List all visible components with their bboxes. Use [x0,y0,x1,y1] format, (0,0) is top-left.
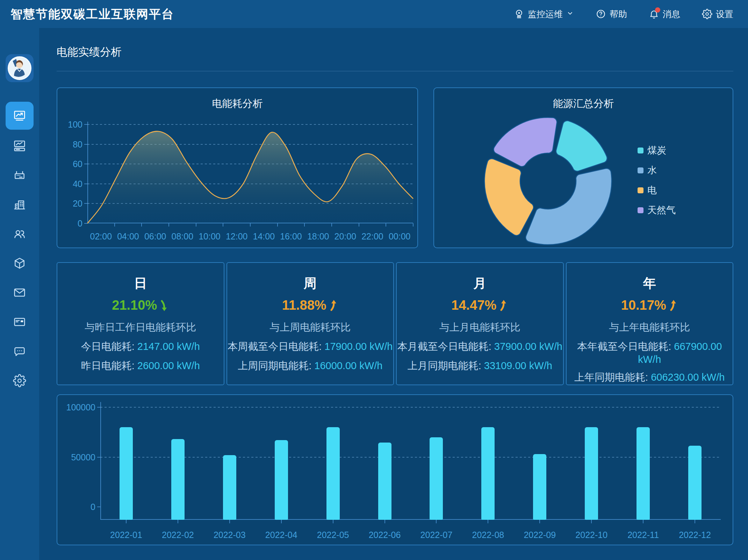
sidebar-item-enterprise[interactable] [6,190,34,219]
period-label: 年 [567,275,733,292]
legend-label: 电 [647,184,657,196]
donut-segment-天然气 [494,117,557,166]
monitor-chart-icon [13,139,26,152]
legend-item-水[interactable]: 水 [638,164,676,177]
y-tick-label: 100000 [63,402,95,412]
trend-up-arrow-icon [329,300,338,311]
bar-2022-12 [688,446,702,520]
box-icon [13,257,26,270]
sidebar-item-dashboard[interactable] [6,131,34,160]
webcam-icon [514,9,524,19]
bar-2022-06 [378,443,391,520]
divider [57,71,733,71]
sidebar-item-energy-analysis[interactable] [6,102,34,130]
trend-up-arrow-icon [669,300,678,311]
stat-row: 上月同期电能耗: 33109.00 kW/h [397,359,563,373]
x-tick [277,223,278,227]
sidebar-item-users[interactable] [6,219,34,249]
energy-donut-chart-card: 能源汇总分析 煤炭水电天然气 [433,87,733,248]
stat-value: 37900.00 kW/h [494,341,562,352]
x-tick-label: 08:00 [169,231,196,242]
sidebar-item-billing[interactable] [6,307,34,337]
sidebar-item-assets[interactable] [6,249,34,278]
user-avatar[interactable] [6,54,34,82]
x-tick [331,223,332,227]
stat-value: 606230.00 kW/h [651,372,725,383]
header-menu-help[interactable]: 帮助 [596,8,627,20]
x-axis-line [100,519,721,520]
stat-label: 上月同期电能耗: [408,360,481,371]
sidebar-item-mail[interactable] [6,278,34,307]
sidebar-nav [6,102,34,395]
app-title: 智慧节能双碳工业互联网平台 [10,0,174,28]
bar-2022-04 [275,440,288,520]
x-tick-label: 18:00 [304,231,332,242]
x-tick [591,520,592,523]
stat-card-日: 日21.10%与昨日工作日电能耗环比今日电能耗: 2147.00 kW/h昨日电… [57,262,224,385]
sidebar-item-devices[interactable] [6,160,34,190]
x-tick [304,223,305,227]
x-tick-label: 2022-11 [617,530,669,540]
x-tick-label: 04:00 [115,231,142,242]
x-tick [386,223,386,227]
gear-icon [13,374,26,387]
donut-segment-水 [526,168,612,245]
x-tick [695,520,695,523]
y-tick [84,203,87,204]
x-tick-label: 2022-03 [204,530,256,540]
bar-2022-01 [120,427,133,520]
x-tick-label: 2022-09 [514,530,566,540]
stat-label: 本月截至今日电能耗: [397,341,491,352]
app-root: 智慧节能双碳工业互联网平台 监控运维帮助消息设置 [0,0,748,560]
header-menu-monitor-ops[interactable]: 监控运维 [514,8,574,20]
period-label: 月 [397,275,563,292]
stat-label: 今日电能耗: [81,341,135,352]
stat-row: 今日电能耗: 2147.00 kW/h [57,340,224,354]
avatar [8,56,31,80]
x-tick-label: 00:00 [386,231,413,242]
comparison-desc: 与昨日工作日电能耗环比 [57,321,224,335]
y-tick-label: 50000 [63,452,95,462]
trend-chart-icon [13,109,26,122]
x-tick-label: 2022-04 [256,530,307,540]
chevron-down-icon [566,9,574,17]
header-menu-messages[interactable]: 消息 [649,8,680,20]
y-tick [97,407,100,408]
bar-2022-03 [223,455,236,520]
stat-value: 2147.00 kW/h [137,341,200,352]
header-menu-settings[interactable]: 设置 [702,8,733,20]
stat-label: 本年截至今日电能耗: [577,341,671,352]
x-tick-label: 2022-10 [566,530,617,540]
stat-label: 上年同期电能耗: [574,372,648,383]
percent-value: 14.47% [397,298,563,313]
x-tick-label: 2022-07 [411,530,462,540]
stat-row: 昨日电能耗: 2600.00 kW/h [57,359,224,373]
y-tick-label: 0 [60,218,82,229]
webcam-icon [514,9,524,19]
gear-icon [702,9,712,19]
y-tick [84,164,87,164]
sidebar-item-feedback[interactable] [6,337,34,366]
donut-legend: 煤炭水电天然气 [638,144,676,224]
card-icon [13,315,26,329]
x-tick [141,223,142,227]
sidebar-item-system-settings[interactable] [6,366,34,395]
legend-item-电[interactable]: 电 [638,184,676,196]
stat-row: 上年同期电能耗: 606230.00 kW/h [567,371,733,385]
x-tick-label: 2022-12 [669,530,721,540]
legend-item-煤炭[interactable]: 煤炭 [638,144,676,157]
energy-area-series [87,124,413,223]
period-label: 日 [57,275,224,292]
stat-card-周: 周11.88%与上周电能耗环比本周截至今日电能耗: 17900.00 kW/h上… [226,262,394,385]
legend-item-天然气[interactable]: 天然气 [638,204,676,216]
x-tick-label: 10:00 [196,231,223,242]
top-header: 智慧节能双碳工业互联网平台 监控运维帮助消息设置 [0,0,748,28]
gridline [100,407,721,408]
legend-label: 水 [647,164,657,177]
monthly-bar-chart-card: 0500001000002022-012022-022022-032022-04… [57,394,733,545]
x-tick [126,520,127,523]
y-tick-label: 100 [60,120,82,130]
page-title: 电能实绩分析 [57,45,122,59]
stat-label: 昨日电能耗: [81,360,135,371]
x-tick [168,223,169,227]
